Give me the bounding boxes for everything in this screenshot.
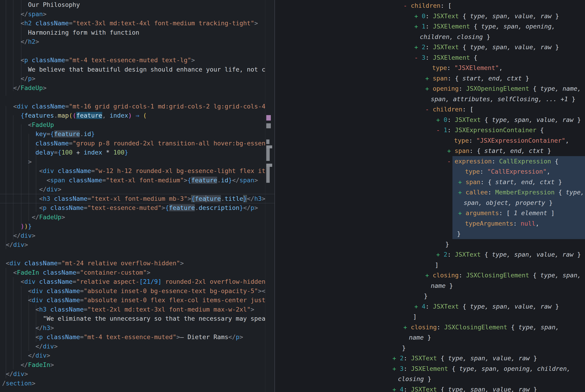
ast-tree-row[interactable]: + 0: JSXText { type, span, value, raw } xyxy=(275,11,585,22)
ast-tree-row[interactable]: } xyxy=(275,228,585,239)
collapse-toggle-icon[interactable]: - xyxy=(447,158,455,165)
ast-tree-row[interactable]: } xyxy=(275,291,585,301)
collapse-toggle-icon[interactable]: - xyxy=(403,2,411,9)
ast-tree-row[interactable]: name } xyxy=(275,280,585,291)
ast-tree-row[interactable]: + closing: JSXClosingElement { type, spa… xyxy=(275,322,585,332)
ast-tree-row[interactable]: + span: { start, end, ctxt } xyxy=(275,73,585,84)
code-line[interactable] xyxy=(0,250,266,259)
code-line[interactable]: <h2 className="text-3xl md:text-4xl font… xyxy=(0,19,266,28)
code-line[interactable]: </h3> xyxy=(0,324,266,333)
code-line[interactable]: "We eliminate the unnecessary so that th… xyxy=(0,314,266,324)
ast-tree-row[interactable]: + 2: JSXText { type, span, value, raw } xyxy=(275,353,585,364)
expand-toggle-icon[interactable]: + xyxy=(414,44,422,50)
code-line[interactable]: Our Philosophy xyxy=(0,0,266,10)
code-line[interactable]: delay={100 + index * 100} xyxy=(0,148,266,157)
expand-toggle-icon[interactable]: + xyxy=(414,303,422,310)
ast-tree-row[interactable]: - 1: JSXExpressionContainer { xyxy=(275,125,585,136)
expand-toggle-icon[interactable]: + xyxy=(414,12,422,20)
expand-toggle-icon[interactable]: + xyxy=(392,365,400,372)
code-line[interactable]: </div> xyxy=(0,370,266,379)
ast-tree-row[interactable]: children, closing } xyxy=(275,32,585,42)
code-line[interactable]: className="group p-8 rounded-2xl transit… xyxy=(0,139,266,148)
ast-tree-row[interactable]: + 3: JSXElement { type, span, opening, c… xyxy=(275,364,585,374)
ast-tree-row[interactable]: + arguments: [ 1 element ] xyxy=(275,208,585,218)
code-line[interactable]: key={feature.id} xyxy=(0,130,266,139)
expand-toggle-icon[interactable]: + xyxy=(436,116,444,123)
code-line[interactable]: </FadeUp> xyxy=(0,84,266,93)
expand-toggle-icon[interactable]: + xyxy=(414,23,422,30)
ast-tree-row[interactable]: + 2: JSXText { type, span, value, raw } xyxy=(275,249,585,260)
code-line[interactable]: <div className="w-12 h-12 rounded-xl bg-… xyxy=(0,166,266,176)
code-line[interactable]: Harmonizing form with function xyxy=(0,28,266,38)
ast-tree-row[interactable]: + span: { start, end, ctxt } xyxy=(275,177,585,187)
code-line[interactable]: </div> xyxy=(0,351,266,360)
collapse-toggle-icon[interactable]: - xyxy=(414,54,422,61)
code-line[interactable] xyxy=(0,46,266,56)
code-line[interactable]: <div className="relative aspect-[21/9] r… xyxy=(0,277,266,286)
code-line[interactable]: We believe that beautiful design should … xyxy=(0,65,266,74)
expand-toggle-icon[interactable]: + xyxy=(392,386,400,392)
ast-tree-row[interactable]: + 4: JSXText { type, span, value, raw } xyxy=(275,384,585,392)
code-line[interactable]: </div> xyxy=(0,342,266,351)
ast-tree-row[interactable]: closing } xyxy=(275,374,585,384)
code-line[interactable]: /section> xyxy=(0,379,266,388)
code-line[interactable]: <p className="mt-4 text-essence-muted">—… xyxy=(0,332,266,342)
ast-tree-row[interactable]: } xyxy=(275,343,585,353)
pane-divider[interactable] xyxy=(274,0,275,392)
ast-tree-row[interactable]: ] xyxy=(275,312,585,322)
code-line[interactable]: </h2> xyxy=(0,37,266,46)
ast-tree-row[interactable]: type: "CallExpression", xyxy=(275,166,585,177)
ast-tree-row[interactable]: typeArguments: null, xyxy=(275,218,585,229)
ast-tree-row[interactable]: type: "JSXExpressionContainer", xyxy=(275,136,585,146)
code-editor-pane[interactable]: Our Philosophy </span> <h2 className="te… xyxy=(0,0,274,392)
code-line[interactable]: <p className="mt-4 text-essence-muted te… xyxy=(0,56,266,65)
code-line[interactable]: <div className="absolute inset-0 bg-esse… xyxy=(0,286,266,296)
expand-toggle-icon[interactable]: + xyxy=(458,189,466,196)
ast-tree-row[interactable]: + opening: JSXOpeningElement { type, nam… xyxy=(275,84,585,94)
code-line[interactable]: </div> xyxy=(0,240,266,250)
code-line[interactable]: </p> xyxy=(0,74,266,84)
ast-tree-row[interactable]: - children: [ xyxy=(275,104,585,115)
expand-toggle-icon[interactable]: + xyxy=(425,272,433,279)
expand-toggle-icon[interactable]: + xyxy=(458,178,466,186)
code-line[interactable]: </FadeIn> xyxy=(0,360,266,370)
code-line[interactable]: <h3 className="text-2xl md:text-3xl font… xyxy=(0,305,266,314)
ast-tree-row[interactable]: + closing: JSXClosingElement { type, spa… xyxy=(275,270,585,280)
ast-tree-row[interactable]: + 0: JSXText { type, span, value, raw } xyxy=(275,115,585,125)
ast-tree-row[interactable]: + 4: JSXText { type, span, value, raw } xyxy=(275,301,585,312)
ast-tree-row[interactable]: span, object, property } xyxy=(275,198,585,208)
code-line[interactable]: </span> xyxy=(0,10,266,19)
code-line[interactable]: <span className="text-xl font-medium">{f… xyxy=(0,176,266,185)
code-line[interactable]: <h3 className="text-xl font-medium mb-3"… xyxy=(0,194,266,204)
code-line[interactable]: <p className="text-essence-muted">{featu… xyxy=(0,203,266,213)
code-line[interactable]: ))} xyxy=(0,222,266,231)
code-line[interactable]: <div className="absolute inset-0 flex fl… xyxy=(0,296,266,305)
ast-tree-row[interactable]: + span: { start, end, ctxt } xyxy=(275,146,585,156)
ast-tree-row[interactable]: + callee: MemberExpression { type, xyxy=(275,187,585,198)
collapse-toggle-icon[interactable]: - xyxy=(425,106,433,113)
code-line[interactable]: <FadeIn className="container-custom"> xyxy=(0,268,266,277)
ast-tree-row[interactable]: } xyxy=(275,239,585,250)
code-line[interactable]: <div className="mt-24 relative overflow-… xyxy=(0,259,266,268)
code-lines[interactable]: Our Philosophy </span> <h2 className="te… xyxy=(0,0,266,392)
expand-toggle-icon[interactable]: + xyxy=(425,85,433,92)
ast-tree-row[interactable]: - expression: CallExpression { xyxy=(275,156,585,166)
code-line[interactable]: > xyxy=(0,157,266,166)
ast-tree-row[interactable]: name } xyxy=(275,332,585,343)
ast-tree-row[interactable]: - children: [ xyxy=(275,0,585,11)
ast-tree-row[interactable]: + 2: JSXText { type, span, value, raw } xyxy=(275,42,585,52)
expand-toggle-icon[interactable]: + xyxy=(458,210,466,216)
ast-tree-row[interactable]: ] xyxy=(275,260,585,270)
ast-tree-pane[interactable]: - children: [+ 0: JSXText { type, span, … xyxy=(275,0,585,392)
ast-tree-row[interactable]: type: "JSXElement", xyxy=(275,63,585,73)
code-line[interactable]: </FadeUp> xyxy=(0,213,266,222)
code-line[interactable]: <FadeUp xyxy=(0,120,266,130)
code-line[interactable]: {features.map((feature, index) ⇒ ( xyxy=(0,111,266,120)
code-line[interactable]: </div> xyxy=(0,185,266,194)
expand-toggle-icon[interactable]: + xyxy=(403,324,411,331)
collapse-toggle-icon[interactable]: - xyxy=(436,126,444,134)
expand-toggle-icon[interactable]: + xyxy=(392,354,400,362)
ast-tree-row[interactable]: + 1: JSXElement { type, span, opening, xyxy=(275,21,585,32)
expand-toggle-icon[interactable]: + xyxy=(447,147,455,154)
ast-tree-row[interactable]: - 3: JSXElement { xyxy=(275,52,585,63)
